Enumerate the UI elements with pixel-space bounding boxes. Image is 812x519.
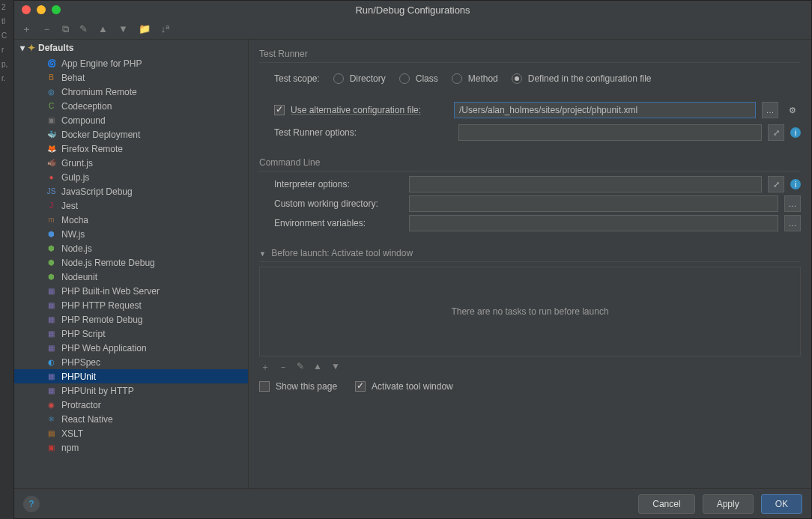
tree-item-gulp-js[interactable]: ●Gulp.js — [14, 170, 248, 184]
show-this-page-checkbox[interactable] — [259, 381, 270, 392]
ok-button[interactable]: OK — [761, 494, 802, 514]
tree-item-php-remote-debug[interactable]: ▦PHP Remote Debug — [14, 312, 248, 327]
env-input[interactable] — [409, 215, 778, 231]
tree-item-nw-js[interactable]: ⬢NW.js — [14, 227, 248, 241]
tree-item-phpunit-by-http[interactable]: ▦PHPUnit by HTTP — [14, 383, 248, 398]
config-type-icon: 🌀 — [46, 58, 57, 69]
add-icon[interactable]: ＋ — [22, 22, 31, 36]
tree-item-label: PHP Script — [61, 329, 105, 339]
tree-item-label: PHPSpec — [61, 357, 100, 368]
cancel-button[interactable]: Cancel — [638, 494, 694, 514]
tree-item-label: PHP Remote Debug — [61, 315, 143, 325]
activate-tool-window-checkbox[interactable] — [355, 381, 366, 392]
config-type-icon: ⬢ — [46, 228, 57, 240]
down-icon[interactable]: ▼ — [118, 23, 128, 34]
tree-root-defaults[interactable]: ▾ ✦ Defaults — [14, 40, 248, 56]
move-down-icon[interactable]: ▼ — [331, 361, 340, 374]
runner-options-input[interactable] — [458, 124, 762, 141]
edit-env-button[interactable]: … — [784, 215, 801, 231]
tree-item-chromium-remote[interactable]: ◎Chromium Remote — [14, 85, 248, 99]
config-type-icon: B — [46, 72, 57, 83]
tree-item-nodeunit[interactable]: ⬢Nodeunit — [14, 270, 248, 284]
help-button[interactable]: ? — [23, 496, 40, 512]
edit-task-icon[interactable]: ✎ — [297, 361, 304, 374]
tree-item-php-built-in-web-server[interactable]: ▦PHP Built-in Web Server — [14, 284, 248, 298]
tree-item-node-js-remote-debug[interactable]: ⬢Node.js Remote Debug — [14, 255, 248, 270]
radio-method[interactable]: Method — [452, 73, 498, 84]
test-scope-label: Test scope: — [274, 73, 320, 84]
radio-directory[interactable]: Directory — [333, 73, 386, 84]
tree-item-protractor[interactable]: ◉Protractor — [14, 398, 248, 412]
browse-cwd-button[interactable]: … — [784, 195, 801, 212]
tree-item-php-script[interactable]: ▦PHP Script — [14, 327, 248, 341]
sort-icon[interactable]: ↓ª — [161, 23, 169, 34]
add-task-icon[interactable]: ＋ — [261, 361, 270, 374]
interpreter-options-input[interactable] — [409, 176, 762, 192]
folder-icon[interactable]: 📁 — [139, 23, 151, 34]
info-icon[interactable]: i — [790, 127, 801, 138]
window-title: Run/Debug Configurations — [14, 4, 811, 16]
tree-item-codeception[interactable]: CCodeception — [14, 99, 248, 113]
tree-item-firefox-remote[interactable]: 🦊Firefox Remote — [14, 142, 248, 156]
dialog-footer: ? Cancel Apply OK — [14, 488, 811, 518]
tree-item-phpspec[interactable]: ◐PHPSpec — [14, 355, 248, 369]
expand-interp-button[interactable]: ⤢ — [768, 176, 784, 192]
radio-config-file[interactable]: Defined in the configuration file — [512, 73, 652, 84]
caret-down-icon: ▼ — [259, 250, 266, 258]
env-label: Environment variables: — [274, 218, 403, 228]
before-launch-toolbar: ＋ － ✎ ▲ ▼ — [259, 356, 801, 378]
config-type-icon: ◐ — [46, 356, 57, 368]
tree-item-compound[interactable]: ▣Compound — [14, 113, 248, 127]
remove-task-icon[interactable]: － — [279, 361, 288, 374]
cwd-input[interactable] — [409, 195, 778, 212]
config-type-icon: 🦊 — [46, 143, 57, 154]
interpreter-options-label: Interpreter options: — [274, 179, 403, 189]
tree-item-javascript-debug[interactable]: JSJavaScript Debug — [14, 184, 248, 198]
alt-config-path-input[interactable] — [454, 102, 756, 118]
config-type-icon: ◉ — [46, 399, 57, 410]
tree-item-app-engine-for-php[interactable]: 🌀App Engine for PHP — [14, 56, 248, 70]
tree-item-node-js[interactable]: ⬢Node.js — [14, 241, 248, 255]
copy-icon[interactable]: ⧉ — [62, 23, 69, 35]
config-type-icon: J — [46, 200, 57, 211]
tree-item-label: Node.js — [61, 243, 92, 254]
tree-item-behat[interactable]: BBehat — [14, 70, 248, 85]
expand-options-button[interactable]: ⤢ — [768, 124, 784, 141]
tree-item-label: PHP Built-in Web Server — [61, 286, 160, 297]
info-icon[interactable]: i — [790, 179, 801, 189]
use-alt-config-checkbox[interactable] — [274, 105, 285, 115]
tree-item-label: Nodeunit — [61, 272, 97, 282]
config-type-icon: 🐳 — [46, 129, 57, 140]
config-type-icon: 🐗 — [46, 157, 57, 169]
remove-icon[interactable]: － — [42, 22, 52, 36]
tree-item-label: PHPUnit — [61, 371, 96, 382]
section-before-launch[interactable]: ▼ Before launch: Activate tool window — [259, 245, 801, 262]
config-type-icon: ▦ — [46, 371, 57, 382]
tree-item-label: Codeception — [61, 101, 112, 112]
tree-item-grunt-js[interactable]: 🐗Grunt.js — [14, 156, 248, 170]
apply-button[interactable]: Apply — [703, 494, 754, 514]
tree-item-react-native[interactable]: ⚛React Native — [14, 412, 248, 426]
tree-item-phpunit[interactable]: ▦PHPUnit — [14, 369, 248, 383]
radio-class[interactable]: Class — [399, 73, 438, 84]
tree-item-docker-deployment[interactable]: 🐳Docker Deployment — [14, 127, 248, 142]
tree-item-label: npm — [61, 443, 79, 453]
tree-item-php-http-request[interactable]: ▦PHP HTTP Request — [14, 298, 248, 312]
tree-item-jest[interactable]: JJest — [14, 198, 248, 213]
reload-config-button[interactable]: ⚙ — [784, 102, 801, 118]
tree-item-label: Jest — [61, 201, 78, 211]
tree-item-xslt[interactable]: ▤XSLT — [14, 426, 248, 440]
tree-item-npm[interactable]: ▣npm — [14, 440, 248, 455]
tree-item-php-web-application[interactable]: ▦PHP Web Application — [14, 341, 248, 355]
move-up-icon[interactable]: ▲ — [313, 361, 322, 374]
up-icon[interactable]: ▲ — [98, 23, 108, 34]
settings-icon[interactable]: ✎ — [79, 23, 88, 34]
config-tree[interactable]: ▾ ✦ Defaults 🌀App Engine for PHPBBehat◎C… — [14, 40, 249, 488]
tree-item-mocha[interactable]: mMocha — [14, 213, 248, 227]
tree-item-label: Mocha — [61, 215, 88, 225]
browse-button[interactable]: … — [762, 102, 778, 118]
section-command-line: Command Line — [259, 154, 801, 172]
config-type-icon: ◎ — [46, 86, 57, 97]
tree-item-label: PHP Web Application — [61, 343, 147, 353]
config-type-icon: ⬢ — [46, 257, 57, 268]
